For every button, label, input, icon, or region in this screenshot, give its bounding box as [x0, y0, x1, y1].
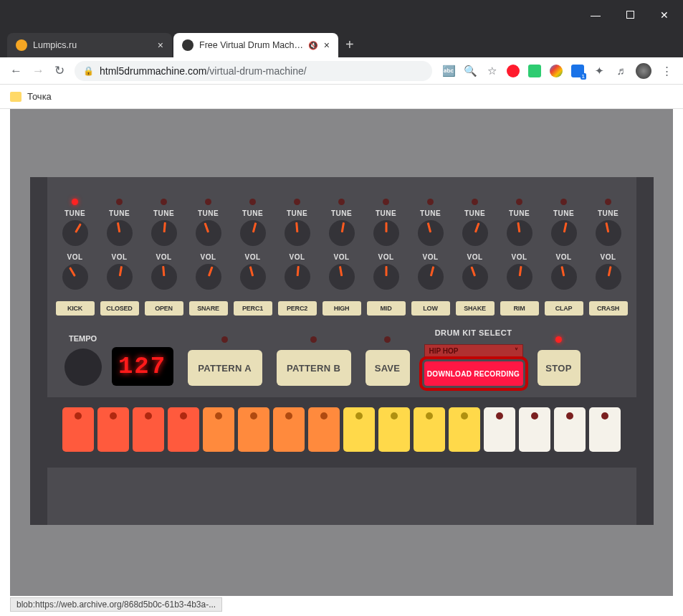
step-16[interactable]	[589, 407, 621, 452]
new-tab-button[interactable]: +	[345, 37, 354, 57]
ext-cube-icon[interactable]: 1	[571, 65, 584, 77]
channel-label-button[interactable]: CLAP	[545, 301, 583, 316]
channel-label-button[interactable]: LOW	[411, 301, 450, 316]
vol-knob[interactable]	[240, 264, 266, 290]
step-14[interactable]	[519, 407, 550, 452]
vol-knob[interactable]	[596, 264, 621, 290]
tune-knob[interactable]	[507, 220, 532, 246]
step-3[interactable]	[133, 407, 164, 452]
channel-label-button[interactable]: PERC2	[278, 301, 317, 316]
minimize-button[interactable]: —	[588, 9, 603, 21]
tab-close-icon[interactable]: ×	[158, 39, 163, 51]
vol-knob[interactable]	[196, 264, 221, 290]
reload-button[interactable]: ↻	[54, 63, 65, 78]
pattern-a-button[interactable]: PATTERN A	[188, 350, 262, 386]
led-icon	[205, 199, 211, 205]
step-9[interactable]	[343, 407, 375, 452]
tune-knob[interactable]	[151, 220, 177, 246]
tune-knob[interactable]	[373, 220, 399, 246]
vol-knob[interactable]	[462, 264, 488, 290]
tune-knob[interactable]	[107, 220, 133, 246]
tune-knob[interactable]	[551, 220, 577, 246]
channel-label-button[interactable]: CRASH	[589, 301, 628, 316]
tune-knob[interactable]	[196, 220, 221, 246]
vol-knob[interactable]	[551, 264, 577, 290]
step-11[interactable]	[414, 407, 445, 452]
zoom-icon[interactable]: 🔍	[464, 65, 477, 77]
forward-button[interactable]: →	[32, 64, 44, 78]
mute-icon[interactable]: 🔇	[308, 41, 318, 50]
step-8[interactable]	[308, 407, 340, 452]
extensions-puzzle-icon[interactable]: ✦	[593, 65, 606, 77]
tempo-knob[interactable]	[65, 349, 102, 386]
menu-icon[interactable]: ⋮	[660, 65, 673, 77]
tab-close-icon[interactable]: ×	[324, 39, 330, 51]
step-5[interactable]	[203, 407, 234, 452]
tune-knob[interactable]	[329, 220, 355, 246]
status-bar: blob:https://web.archive.org/868d5b0c-61…	[10, 597, 222, 612]
channel-label-button[interactable]: PERC1	[234, 301, 272, 316]
tab-lumpics[interactable]: Lumpics.ru ×	[7, 33, 172, 57]
led-icon	[249, 199, 256, 205]
close-button[interactable]: ✕	[657, 9, 672, 21]
ext-music-icon[interactable]	[528, 65, 541, 77]
step-led-icon	[531, 412, 538, 420]
step-4[interactable]	[168, 407, 199, 452]
vol-knob[interactable]	[329, 264, 355, 290]
channel-label-button[interactable]: HIGH	[323, 301, 361, 316]
channel-label-button[interactable]: MID	[367, 301, 406, 316]
step-6[interactable]	[238, 407, 269, 452]
stop-button[interactable]: STOP	[538, 350, 581, 386]
tune-knob[interactable]	[285, 220, 310, 246]
tune-label: TUNE	[109, 209, 130, 217]
step-led-icon	[180, 412, 187, 420]
bookmark-tochka[interactable]: Точка	[27, 91, 52, 102]
playlist-icon[interactable]: ♬	[614, 65, 627, 77]
maximize-button[interactable]	[623, 9, 637, 21]
channel-label-button[interactable]: SHAKE	[456, 301, 495, 316]
vol-knob[interactable]	[507, 264, 532, 290]
step-13[interactable]	[484, 407, 515, 452]
url-path: /virtual-drum-machine/	[206, 65, 306, 77]
vol-knob[interactable]	[62, 264, 88, 290]
tune-knob[interactable]	[240, 220, 266, 246]
tune-knob[interactable]	[462, 220, 488, 246]
tune-knob[interactable]	[62, 220, 88, 246]
vol-label: VOL	[244, 253, 260, 261]
download-recording-button[interactable]: DOWNLOAD RECORDING	[424, 361, 523, 386]
tune-knob[interactable]	[418, 220, 444, 246]
step-2[interactable]	[97, 407, 129, 452]
channel-label-button[interactable]: KICK	[56, 301, 95, 316]
step-10[interactable]	[378, 407, 410, 452]
save-group: SAVE	[366, 336, 410, 386]
bookmark-star-icon[interactable]: ☆	[485, 65, 498, 77]
vol-knob[interactable]	[418, 264, 444, 290]
vol-knob[interactable]	[151, 264, 177, 290]
step-15[interactable]	[554, 407, 586, 452]
url-input[interactable]: 🔒 html5drummachine.com/virtual-drum-mach…	[75, 61, 432, 81]
channel-label-button[interactable]: SNARE	[189, 301, 228, 316]
vol-knob[interactable]	[285, 264, 310, 290]
profile-avatar[interactable]	[636, 63, 651, 79]
tune-knob[interactable]	[596, 220, 621, 246]
step-7[interactable]	[273, 407, 305, 452]
pattern-b-button[interactable]: PATTERN B	[277, 350, 351, 386]
tab-drum-machine[interactable]: Free Virtual Drum Machine, U 🔇 ×	[173, 33, 338, 57]
vol-knob[interactable]	[373, 264, 399, 290]
channel-label-button[interactable]: CLOSED	[100, 301, 139, 316]
channel-perc1: TUNEVOLPERC1	[231, 199, 275, 316]
step-1[interactable]	[62, 407, 94, 452]
channel-label-button[interactable]: RIM	[500, 301, 539, 316]
channel-label-button[interactable]: OPEN	[145, 301, 183, 316]
ext-opera-icon[interactable]	[507, 65, 520, 77]
translate-icon[interactable]: 🔤	[442, 65, 455, 77]
step-12[interactable]	[449, 407, 480, 452]
save-button[interactable]: SAVE	[366, 350, 410, 386]
vol-knob[interactable]	[107, 264, 133, 290]
ext-globe-icon[interactable]	[550, 65, 563, 77]
channel-crash: TUNEVOLCRASH	[586, 199, 631, 316]
led-icon	[310, 336, 317, 343]
step-led-icon	[355, 412, 363, 420]
kit-select[interactable]: HIP HOP ˅	[424, 344, 523, 357]
back-button[interactable]: ←	[10, 64, 22, 78]
